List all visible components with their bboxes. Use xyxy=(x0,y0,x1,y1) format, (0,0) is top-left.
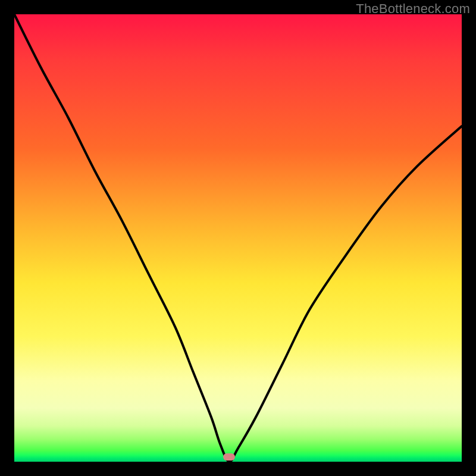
optimum-marker xyxy=(223,453,235,461)
chart-frame: TheBottleneck.com xyxy=(0,0,476,476)
curve-path xyxy=(14,14,462,462)
watermark-text: TheBottleneck.com xyxy=(356,1,470,17)
plot-area xyxy=(14,14,462,462)
bottleneck-curve xyxy=(14,14,462,462)
